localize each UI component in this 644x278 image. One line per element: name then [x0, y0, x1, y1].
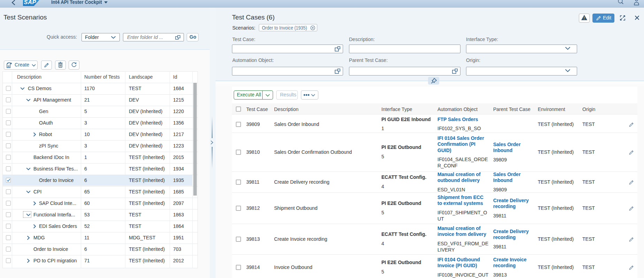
svg-text:SAP: SAP [24, 0, 37, 5]
